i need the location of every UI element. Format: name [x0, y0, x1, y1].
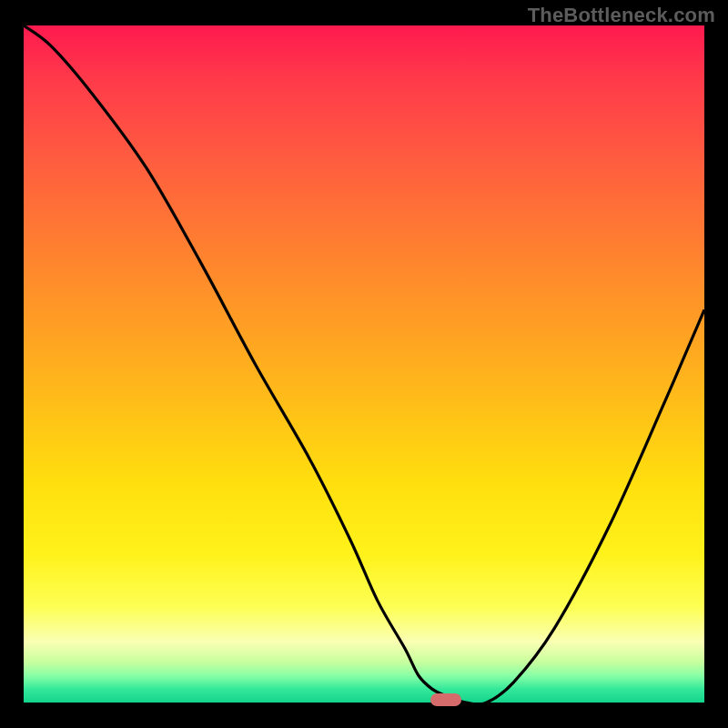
- optimal-marker: [430, 693, 461, 706]
- chart-frame: TheBottleneck.com: [0, 0, 728, 728]
- watermark-text: TheBottleneck.com: [528, 4, 715, 27]
- plot-area: [24, 25, 704, 703]
- bottleneck-curve: [24, 25, 704, 703]
